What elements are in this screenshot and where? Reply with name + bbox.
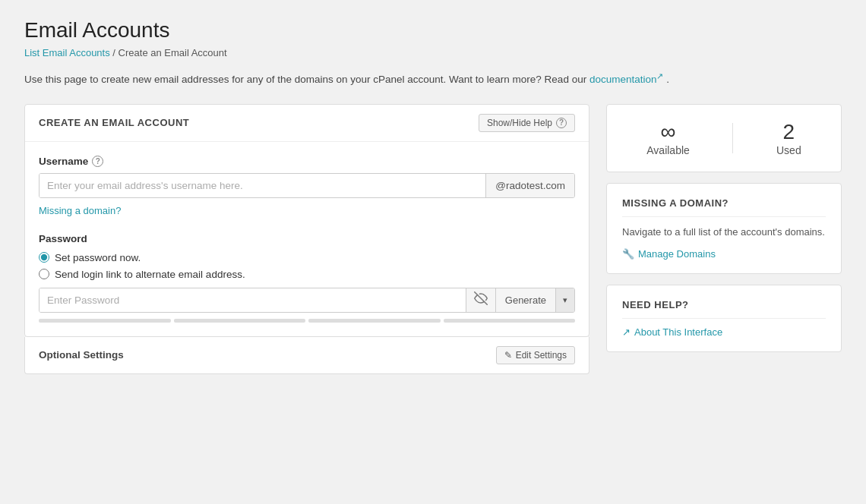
external-link-icon: ↗	[656, 71, 663, 80]
left-panel: CREATE AN EMAIL ACCOUNT Show/Hide Help ?…	[24, 104, 589, 374]
manage-domains-link[interactable]: 🔧 Manage Domains	[622, 248, 826, 260]
external-link-icon-2: ↗	[622, 326, 631, 338]
available-stat: ∞ Available	[646, 120, 690, 156]
optional-settings-title: Optional Settings	[39, 349, 124, 361]
used-value: 2	[776, 120, 801, 144]
wrench-icon: 🔧	[622, 248, 634, 260]
password-section: Password Set password now. Send login li…	[39, 233, 575, 323]
strength-bar-1	[39, 319, 171, 323]
generate-password-button[interactable]: Generate	[495, 288, 555, 312]
used-label: Used	[776, 144, 801, 156]
create-panel: CREATE AN EMAIL ACCOUNT Show/Hide Help ?…	[24, 104, 589, 337]
password-strength-bars	[39, 319, 575, 323]
optional-settings-header: Optional Settings ✎ Edit Settings	[25, 337, 589, 373]
used-stat: 2 Used	[776, 120, 801, 156]
need-help-card: NEED HELP? ↗ About This Interface	[606, 285, 842, 352]
username-input[interactable]	[40, 174, 485, 197]
radio-set-password-input[interactable]	[39, 252, 49, 263]
password-input-row: Generate ▾	[39, 288, 575, 313]
radio-send-link-input[interactable]	[39, 269, 49, 279]
pencil-icon: ✎	[504, 350, 512, 361]
missing-domain-card-text: Navigate to a full list of the account's…	[622, 225, 826, 240]
breadcrumb-separator: /	[112, 47, 115, 58]
username-input-row: @radotest.com	[39, 173, 575, 198]
stats-card: ∞ Available 2 Used	[606, 104, 842, 172]
documentation-link[interactable]: documentation↗	[589, 74, 666, 85]
missing-domain-card-title: MISSING A DOMAIN?	[622, 197, 826, 217]
strength-bar-2	[174, 319, 306, 323]
generate-dropdown-button[interactable]: ▾	[555, 288, 574, 312]
radio-send-link: Send login link to alternate email addre…	[39, 269, 575, 280]
right-panel: ∞ Available 2 Used MISSING A DOMAIN? Nav…	[606, 104, 842, 364]
strength-bar-4	[444, 319, 576, 323]
create-panel-title: CREATE AN EMAIL ACCOUNT	[39, 117, 189, 128]
show-hide-help-button[interactable]: Show/Hide Help ?	[479, 114, 575, 132]
password-input[interactable]	[40, 288, 466, 312]
main-layout: CREATE AN EMAIL ACCOUNT Show/Hide Help ?…	[24, 104, 842, 374]
create-panel-body: Username ? @radotest.com Missing a domai…	[25, 142, 589, 323]
strength-bar-3	[308, 319, 441, 323]
toggle-password-visibility-button[interactable]	[466, 288, 495, 312]
help-icon: ?	[556, 118, 567, 128]
missing-domain-link[interactable]: Missing a domain?	[39, 205, 121, 216]
page-title: Email Accounts	[24, 18, 842, 43]
chevron-down-icon: ▾	[563, 295, 567, 304]
page-description: Use this page to create new email addres…	[24, 69, 842, 87]
username-help-icon[interactable]: ?	[92, 156, 103, 167]
username-label: Username ?	[39, 156, 575, 167]
infinity-icon: ∞	[646, 120, 690, 144]
edit-settings-button[interactable]: ✎ Edit Settings	[496, 346, 575, 364]
breadcrumb-current: Create an Email Account	[119, 47, 227, 58]
radio-set-password: Set password now.	[39, 252, 575, 263]
about-this-interface-link[interactable]: ↗ About This Interface	[622, 326, 826, 338]
create-panel-header: CREATE AN EMAIL ACCOUNT Show/Hide Help ?	[25, 105, 589, 142]
stat-divider	[732, 123, 733, 153]
missing-domain-card: MISSING A DOMAIN? Navigate to a full lis…	[606, 183, 842, 275]
available-label: Available	[646, 144, 690, 156]
password-label: Password	[39, 233, 575, 244]
breadcrumb-link[interactable]: List Email Accounts	[24, 47, 110, 58]
breadcrumb: List Email Accounts / Create an Email Ac…	[24, 47, 842, 58]
need-help-card-title: NEED HELP?	[622, 299, 826, 319]
domain-badge: @radotest.com	[485, 174, 574, 197]
optional-settings-panel: Optional Settings ✎ Edit Settings	[24, 337, 589, 374]
